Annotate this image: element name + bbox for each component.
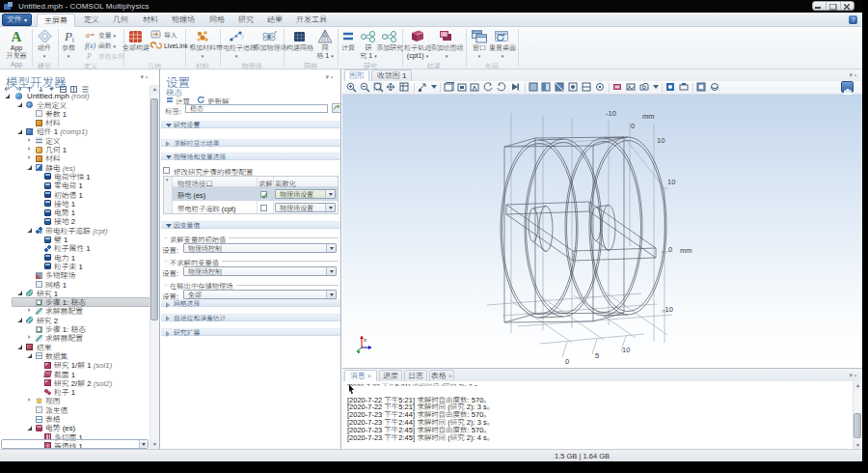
svg-text:5: 5 xyxy=(595,351,599,360)
svg-text:10: 10 xyxy=(622,346,630,354)
svg-text:z: z xyxy=(364,337,366,343)
svg-text:f(x): f(x) xyxy=(85,42,95,50)
svg-text:0: 0 xyxy=(668,245,672,254)
svg-text:0: 0 xyxy=(631,122,635,130)
svg-text:i: i xyxy=(72,37,74,43)
svg-text:A: A xyxy=(12,29,22,43)
svg-text:P: P xyxy=(86,52,92,61)
svg-text:0: 0 xyxy=(565,357,569,366)
svg-text:-10: -10 xyxy=(663,305,673,314)
svg-text:10: 10 xyxy=(667,178,675,186)
svg-text:P: P xyxy=(64,29,72,43)
svg-text:-10: -10 xyxy=(606,109,616,118)
svg-text:mm: mm xyxy=(680,246,692,255)
svg-text:a=: a= xyxy=(86,31,95,40)
svg-text:mm: mm xyxy=(642,112,655,121)
svg-text:10: 10 xyxy=(657,136,665,145)
